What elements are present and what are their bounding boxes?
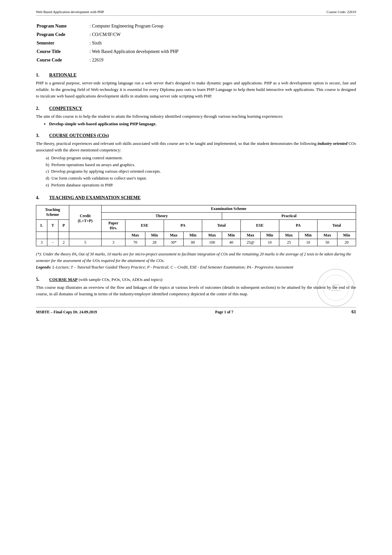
section-5-num: 5. [36, 277, 40, 282]
legends-label: Legends: [36, 265, 52, 269]
val-t: - [47, 239, 58, 246]
section-3-num: 3. [36, 133, 40, 138]
competency-bullet-item: Develop simple web-based application usi… [49, 121, 356, 127]
section-2-body: The aim of this course is to help the st… [36, 113, 356, 120]
program-info-row: Course Title : Web Based Application dev… [37, 48, 355, 56]
competency-bullet-list: Develop simple web-based application usi… [49, 121, 356, 127]
stamp-text: MSBTE★MUMBAI [331, 284, 341, 292]
page-footer: MSBTE – Final Copy Dt. 24.09.2019 Page 1… [36, 307, 356, 315]
col-total-max: Max [202, 232, 222, 239]
stamp-area: MSBTE★MUMBAI [317, 269, 356, 308]
val-p: 2 [58, 239, 69, 246]
col-l: L [36, 219, 47, 232]
val-total-p-min: 20 [337, 239, 356, 246]
val-pa-max: 30* [164, 239, 184, 246]
section-competency: 2. COMPETENCY The aim of this course is … [36, 106, 356, 126]
col-paper-hrs: PaperHrs. [101, 219, 125, 232]
program-info-value: : Computer Engineering Program Group [90, 22, 355, 30]
col-pa-max: Max [164, 232, 184, 239]
header-left: Web Based Application development with P… [36, 10, 104, 14]
section-3-body: The theory, practical experiences and re… [36, 140, 356, 153]
program-info-label: Course Title [37, 48, 89, 56]
footer-left: MSBTE – Final Copy Dt. 24.09.2019 [36, 310, 97, 315]
program-info-label: Program Name [37, 22, 89, 30]
val-total-min: 40 [222, 239, 241, 246]
exam-scheme-table: TeachingScheme Credit(L+T+P) Examination… [36, 205, 356, 246]
section-5-body: This course map illustrates an overview … [36, 284, 356, 297]
program-info-row: Program Code : CO/CM/IF/CW [37, 31, 355, 39]
theory-header: Theory [101, 212, 222, 219]
section-course-map: 5. COURSE MAP (with sample COs, PrOs, UO… [36, 277, 356, 297]
col-ese-practical: ESE [241, 219, 279, 232]
teaching-scheme-header: TeachingScheme [36, 205, 69, 219]
col-ese-p-max: Max [241, 232, 261, 239]
col-ese-min: Min [145, 232, 164, 239]
program-info-row: Program Name : Computer Engineering Prog… [37, 22, 355, 30]
section-5-title-extra: (with sample COs, PrOs, UOs, ADOs and to… [79, 277, 162, 282]
program-info-value: : 22619 [90, 56, 355, 64]
val-ese-max: 70 [125, 239, 145, 246]
legends-text: L-Lecture; T – Tutorial/Teacher Guided T… [52, 265, 293, 269]
section-4-num: 4. [36, 195, 40, 200]
col-l-blank [36, 232, 47, 239]
program-info-label: Course Code [37, 56, 89, 64]
header-right: Course Code: 22619 [327, 10, 356, 14]
section-2-num: 2. [36, 106, 40, 111]
section-1-title: RATIONALE [49, 73, 77, 78]
program-info-value: : Web Based Application development with… [90, 48, 355, 56]
col-credit-blank [69, 232, 101, 239]
co-list-item: c) Develop programs by applying various … [46, 168, 356, 175]
section-course-outcomes: 3. COURSE OUTCOMES (COs) The theory, pra… [36, 133, 356, 189]
program-info-value: : Sixth [90, 39, 355, 47]
program-info-row: Semester : Sixth [37, 39, 355, 47]
section-2-title: COMPETENCY [49, 106, 82, 111]
col-pa-p-min: Min [299, 232, 318, 239]
val-pa-p-min: 10 [299, 239, 318, 246]
scheme-data-row: 3 - 2 5 3 70 28 30* 00 100 40 25@ 10 25 [36, 239, 356, 246]
footer-center: Page 1 of 7 [215, 310, 234, 315]
col-total-p-min: Min [337, 232, 356, 239]
program-info-value: : CO/CM/IF/CW [90, 31, 355, 39]
scheme-notes: (*): Under the theory PA, Out of 30 mark… [36, 251, 356, 270]
co-list-item: e) Perform database operations in PHP. [46, 182, 356, 189]
co-list-item: b) Perform operations based on arrays an… [46, 162, 356, 168]
section-3-title: COURSE OUTCOMES (COs) [49, 133, 109, 138]
col-ese-p-min: Min [260, 232, 279, 239]
practical-header: Practical [222, 212, 356, 219]
val-ese-p-max: 25@ [241, 239, 261, 246]
section-1-body: PHP is a general purpose, server-side sc… [36, 80, 356, 99]
col-paper-hrs-blank [101, 232, 125, 239]
col-t: T [47, 219, 58, 232]
col-total-practical: Total [318, 219, 356, 232]
col-total-theory: Total [202, 219, 241, 232]
col-ese-max: Max [125, 232, 145, 239]
section-4-title: TEACHING AND EXAMINATION SCHEME [49, 195, 141, 200]
stamp-circle: MSBTE★MUMBAI [317, 269, 354, 306]
program-info-table: Program Name : Computer Engineering Prog… [36, 22, 356, 65]
col-p: P [58, 219, 69, 232]
section-1-num: 1. [36, 73, 40, 78]
section-5-title: COURSE MAP (with sample COs, PrOs, UOs, … [49, 277, 163, 282]
section-rationale: 1. RATIONALE PHP is a general purpose, s… [36, 73, 356, 99]
val-credit: 5 [69, 239, 101, 246]
col-pa-practical: PA [279, 219, 318, 232]
val-l: 3 [36, 239, 47, 246]
section-teaching-scheme: 4. TEACHING AND EXAMINATION SCHEME Teach… [36, 195, 356, 270]
val-pa-p-max: 25 [279, 239, 299, 246]
program-info-label: Program Code [37, 31, 89, 39]
note-asterisk: (*): Under the theory PA, Out of 30 mark… [36, 252, 351, 263]
col-total-p-max: Max [318, 232, 337, 239]
co-list-item: d) Use form controls with validation to … [46, 175, 356, 182]
note-legends: Legends: L-Lecture; T – Tutorial/Teacher… [36, 265, 293, 269]
program-info-row: Course Code : 22619 [37, 56, 355, 64]
examination-scheme-header: Examination Scheme [101, 205, 356, 212]
col-pa-min: Min [184, 232, 202, 239]
val-total-max: 100 [202, 239, 222, 246]
footer-page-number: 61 [351, 309, 356, 315]
program-info-label: Semester [37, 39, 89, 47]
col-pa-p-max: Max [279, 232, 299, 239]
section-5-title-underline: COURSE MAP [49, 277, 78, 282]
col-p-blank [58, 232, 69, 239]
col-total-min: Min [222, 232, 241, 239]
co-list-item: a) Develop program using control stateme… [46, 155, 356, 162]
